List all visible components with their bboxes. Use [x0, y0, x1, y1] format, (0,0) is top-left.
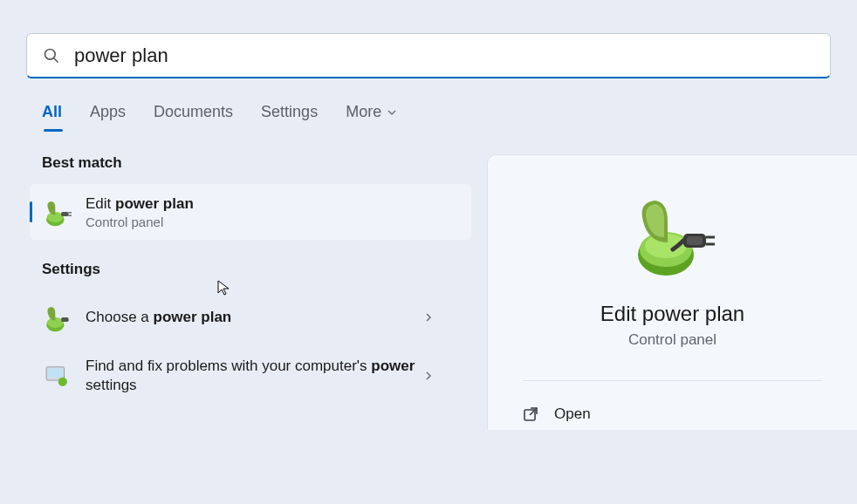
- best-match-heading: Best match: [42, 154, 471, 172]
- svg-rect-17: [687, 236, 703, 245]
- svg-point-8: [47, 317, 64, 328]
- open-external-icon: [523, 406, 538, 422]
- power-plan-icon: [42, 197, 72, 227]
- chevron-right-icon: [424, 313, 433, 322]
- svg-rect-11: [48, 369, 63, 378]
- filter-tabs: All Apps Documents Settings More: [0, 78, 857, 130]
- tab-documents[interactable]: Documents: [154, 103, 233, 130]
- svg-rect-9: [61, 317, 69, 322]
- troubleshoot-icon: [42, 361, 72, 391]
- power-plan-icon: [42, 303, 72, 332]
- tab-more[interactable]: More: [346, 103, 397, 130]
- results-column: Best match Edit power plan Control panel…: [0, 154, 471, 430]
- result-subtitle: Control panel: [86, 215, 459, 229]
- detail-panel: Edit power plan Control panel Open: [487, 154, 857, 430]
- result-best-match[interactable]: Edit power plan Control panel: [30, 184, 471, 240]
- search-icon: [43, 47, 60, 65]
- chevron-down-icon: [387, 107, 397, 118]
- svg-line-1: [54, 58, 58, 62]
- tab-apps[interactable]: Apps: [90, 103, 126, 130]
- detail-subtitle: Control panel: [628, 331, 716, 349]
- svg-point-12: [58, 378, 67, 386]
- tab-settings[interactable]: Settings: [261, 103, 318, 130]
- result-title: Choose a power plan: [86, 308, 424, 327]
- open-action[interactable]: Open: [523, 398, 822, 430]
- result-choose-power-plan[interactable]: Choose a power plan: [30, 290, 471, 344]
- power-plan-icon-large: [629, 194, 716, 281]
- tab-all[interactable]: All: [42, 103, 62, 130]
- result-title: Edit power plan: [86, 194, 459, 214]
- result-fix-power-problems[interactable]: Find and fix problems with your computer…: [30, 344, 471, 407]
- svg-point-3: [47, 212, 64, 222]
- result-title: Find and fix problems with your computer…: [86, 357, 424, 395]
- settings-heading: Settings: [42, 261, 471, 278]
- svg-rect-4: [61, 212, 69, 216]
- search-input[interactable]: [74, 44, 814, 67]
- open-label: Open: [554, 405, 591, 423]
- search-box[interactable]: [26, 33, 831, 78]
- chevron-right-icon: [424, 371, 433, 380]
- detail-title: Edit power plan: [600, 302, 744, 326]
- svg-point-0: [45, 49, 56, 59]
